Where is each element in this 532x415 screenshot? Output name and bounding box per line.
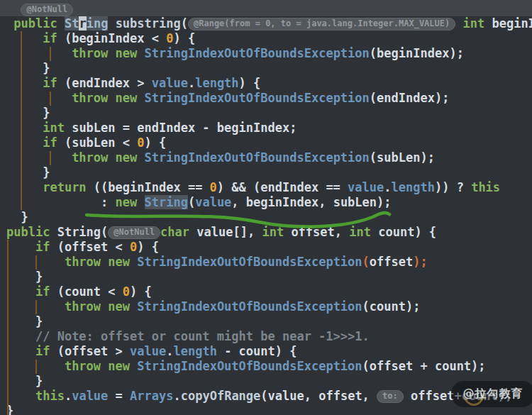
code-token: ); <box>413 255 427 269</box>
code-token: copyOfRange <box>181 389 261 403</box>
code-token: if <box>43 31 57 45</box>
code-token: 0 <box>123 284 130 299</box>
inlay-hint-pill[interactable]: @NotNull <box>21 4 73 16</box>
code-token: int <box>43 121 65 135</box>
code-token: (count); <box>362 299 421 314</box>
code-token <box>6 91 72 105</box>
code-line[interactable]: if (offset < 0) { <box>6 240 532 255</box>
code-token: StringIndexOutOfBoundsException <box>145 46 370 60</box>
code-token <box>137 150 144 165</box>
code-line[interactable]: } <box>6 210 532 225</box>
code-token: , beginIndex, subLen); <box>231 195 391 209</box>
code-token <box>6 16 13 31</box>
code-token: } <box>6 61 50 75</box>
code-token <box>6 329 35 343</box>
code-line[interactable]: } <box>6 165 532 180</box>
code-token: this <box>35 389 65 403</box>
code-token <box>6 389 35 403</box>
code-token: if <box>43 135 57 150</box>
code-token: subLen = endIndex - beginIndex; <box>65 121 297 135</box>
code-token <box>57 16 65 31</box>
code-token <box>130 255 137 269</box>
code-line[interactable]: throw new StringIndexOutOfBoundsExceptio… <box>6 150 532 165</box>
code-token: public <box>13 16 57 31</box>
code-line[interactable]: } <box>6 106 532 121</box>
code-line[interactable]: } <box>6 314 532 329</box>
code-token: int <box>349 225 371 239</box>
code-token: StringIndexOutOfBoundsException <box>137 359 362 373</box>
code-token <box>108 91 115 105</box>
code-token: ) { <box>137 240 159 254</box>
code-token <box>108 16 115 31</box>
code-editor-area[interactable]: @NotNull public String substring(@Range(… <box>6 0 532 415</box>
code-token: new <box>116 91 138 105</box>
code-line[interactable]: if (count < 0) { <box>6 284 532 299</box>
code-line[interactable]: throw new StringIndexOutOfBoundsExceptio… <box>6 255 532 270</box>
code-line[interactable]: throw new StringIndexOutOfBoundsExceptio… <box>6 91 532 106</box>
code-token: (beginIndex < <box>57 31 167 45</box>
code-line[interactable]: // Note: offset or count might be near -… <box>6 329 532 344</box>
code-token: new <box>108 299 130 314</box>
code-token <box>137 195 144 209</box>
inlay-hint-pill[interactable]: to: <box>377 390 404 403</box>
code-token: new <box>116 195 138 209</box>
code-token <box>6 46 72 60</box>
code-token: StringIndexOutOfBoundsException <box>137 255 362 269</box>
code-token: ) { <box>130 284 152 299</box>
code-token: ) && (endIndex == <box>217 180 348 194</box>
code-token: (count < <box>50 284 122 299</box>
code-token <box>6 121 43 135</box>
code-line[interactable]: if (offset > value.length - count) { <box>6 344 532 359</box>
code-token: } <box>6 210 28 224</box>
code-token: )) ? <box>435 180 471 194</box>
code-token: String( <box>50 225 108 239</box>
code-token <box>6 76 43 90</box>
code-line[interactable]: throw new StringIndexOutOfBoundsExceptio… <box>6 359 532 374</box>
code-token: int <box>262 225 284 239</box>
code-token: value <box>348 180 384 194</box>
code-token: new <box>108 255 130 269</box>
code-token: StringIndexOutOfBoundsException <box>137 299 362 314</box>
inlay-hint-pill[interactable]: @Range(from = 0, to = java.lang.Integer.… <box>188 18 455 31</box>
code-token: offset, <box>284 225 349 239</box>
code-token <box>108 46 115 60</box>
code-token <box>101 299 108 314</box>
code-line[interactable]: throw new StringIndexOutOfBoundsExceptio… <box>6 46 532 61</box>
code-token: length <box>392 180 435 194</box>
inlay-hint-pill[interactable]: @NotNull <box>108 226 160 239</box>
code-token: Arrays <box>130 389 173 403</box>
code-line[interactable]: throw new StringIndexOutOfBoundsExceptio… <box>6 299 532 314</box>
code-token: (offset + count); <box>362 359 486 373</box>
code-token: (value, offset, <box>260 389 377 403</box>
code-line[interactable]: public String substring(@Range(from = 0,… <box>6 16 532 31</box>
watermark-badge: @拉勾教育 <box>451 381 532 407</box>
code-token: if <box>35 284 50 299</box>
code-line[interactable]: : new String(value, beginIndex, subLen); <box>6 195 532 210</box>
code-line[interactable]: if (beginIndex < 0) { <box>6 31 532 46</box>
code-token: value <box>195 195 231 209</box>
code-token: this <box>471 180 500 194</box>
code-line[interactable]: } <box>6 270 532 284</box>
code-token <box>130 359 137 373</box>
code-token: } <box>6 374 43 388</box>
code-token: 0 <box>210 180 217 194</box>
code-token: if <box>35 240 50 254</box>
code-line[interactable]: public String(@NotNullchar value[], int … <box>6 225 532 240</box>
code-line[interactable]: if (endIndex > value.length) { <box>6 76 532 91</box>
code-token: return <box>43 180 86 194</box>
code-token: (offset < <box>50 240 130 254</box>
code-token: public <box>6 225 50 239</box>
code-line[interactable]: return ((beginIndex == 0) && (endIndex =… <box>6 180 532 195</box>
code-token <box>137 46 144 60</box>
code-line[interactable]: int subLen = endIndex - beginIndex; <box>6 121 532 135</box>
code-token: . <box>384 180 391 194</box>
indent-guide-line <box>35 360 37 374</box>
code-token: new <box>116 46 138 60</box>
code-token: length <box>173 344 216 358</box>
code-token: . <box>188 76 195 90</box>
code-line[interactable]: } <box>6 61 532 76</box>
code-line[interactable]: @NotNull <box>6 0 532 16</box>
code-line[interactable]: if (subLen < 0) { <box>6 135 532 150</box>
code-token: beginIndex <box>484 16 532 31</box>
code-line[interactable]: } <box>6 404 532 415</box>
